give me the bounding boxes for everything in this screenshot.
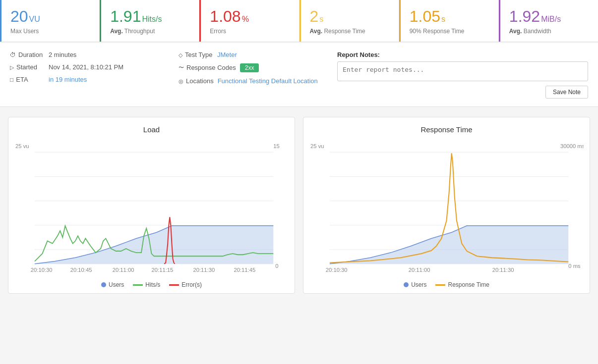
load-chart-svg: 25 vu 15 0 20:10:3 [14, 139, 289, 277]
started-label: Started [10, 63, 45, 71]
eta-label: ETA [10, 76, 45, 83]
response-time-chart-title: Response Time [309, 125, 584, 134]
locations-value: Functional Testing Default Location [218, 77, 318, 85]
response-time-chart-container: Response Time 25 vu 30000 ms 0 ms [303, 117, 590, 294]
metric-throughput: 1.91Hits/s Avg. Throughput [100, 0, 199, 42]
rt-response-line [435, 284, 445, 286]
y-right-min-label: 0 [275, 263, 278, 269]
info-right-column: Report Notes: Save Note [327, 51, 588, 99]
play-icon [10, 63, 14, 71]
rt-y-right-min: 0 ms [568, 263, 581, 269]
load-chart-container: Load 25 vu 15 0 [8, 117, 295, 294]
load-chart-legend: Users Hits/s Error(s) [14, 281, 289, 288]
rt-legend-response-label: Response Time [448, 281, 489, 288]
response-time-chart-area: 25 vu 30000 ms 0 ms 20:10:30 [309, 139, 584, 277]
metric-bandwidth: 1.92MiB/s Avg. Bandwidth [499, 0, 598, 42]
info-left-column: Duration 2 minutes Started Nov 14, 2021,… [10, 51, 169, 99]
duration-value: 2 minutes [49, 51, 76, 58]
test-type-row: Test Type JMeter [179, 51, 327, 58]
svg-marker-6 [35, 226, 273, 264]
duration-row: Duration 2 minutes [10, 51, 169, 58]
box-icon [10, 76, 13, 83]
metric-label: Max Users [10, 28, 90, 35]
metric-value: 20VU [10, 7, 90, 26]
locations-row: Locations Functional Testing Default Loc… [179, 77, 327, 85]
metric-errors: 1.08% Errors [199, 0, 299, 42]
errors-line [169, 284, 179, 286]
response-codes-row: Response Codes 2xx [179, 63, 327, 72]
metric-value: 1.05s [410, 7, 489, 26]
rt-y-right-max: 30000 ms [560, 144, 584, 150]
response-time-chart-legend: Users Response Time [309, 281, 584, 288]
duration-label: Duration [10, 51, 45, 58]
metric-p90-response: 1.05s 90% Response Time [399, 0, 499, 42]
save-note-button[interactable]: Save Note [545, 86, 588, 99]
rt-legend-users-label: Users [411, 281, 426, 288]
svg-marker-19 [330, 226, 568, 264]
response-codes-label: Response Codes [179, 63, 236, 71]
locations-label: Locations [179, 77, 214, 85]
legend-hits-label: Hits/s [145, 281, 160, 288]
legend-users: Users [101, 281, 124, 288]
svg-text:20:11:45: 20:11:45 [234, 267, 255, 273]
load-chart-area: 25 vu 15 0 20:10:3 [14, 139, 289, 277]
clock-icon [10, 51, 16, 58]
info-section: Duration 2 minutes Started Nov 14, 2021,… [0, 43, 598, 107]
rt-y-left-label: 25 vu [310, 144, 324, 150]
metric-avg-response: 2s Avg. Response Time [299, 0, 399, 42]
pin-icon [179, 77, 183, 85]
legend-users-label: Users [109, 281, 124, 288]
metrics-bar: 20VU Max Users 1.91Hits/s Avg. Throughpu… [0, 0, 598, 42]
metric-max-users: 20VU Max Users [0, 0, 100, 42]
started-row: Started Nov 14, 2021, 8:10:21 PM [10, 63, 169, 71]
eta-row: ETA in 19 minutes [10, 76, 169, 83]
metric-value: 1.91Hits/s [110, 7, 190, 26]
load-chart-title: Load [14, 125, 289, 134]
hits-line [133, 284, 143, 286]
legend-errors-label: Error(s) [181, 281, 202, 288]
report-notes-label: Report Notes: [337, 51, 588, 58]
metric-value: 2s [310, 7, 390, 26]
metric-label: Avg. Response Time [310, 28, 390, 35]
svg-text:20:11:00: 20:11:00 [113, 267, 134, 273]
y-left-label: 25 vu [15, 144, 29, 150]
svg-text:20:11:30: 20:11:30 [193, 267, 215, 273]
response-time-chart-svg: 25 vu 30000 ms 0 ms 20:10:30 [309, 139, 584, 277]
tag-icon [179, 51, 182, 58]
svg-text:20:10:30: 20:10:30 [31, 267, 53, 273]
metric-value: 1.08% [210, 7, 290, 26]
svg-text:20:11:00: 20:11:00 [409, 267, 430, 273]
report-notes-input[interactable] [337, 61, 588, 81]
metric-label: Avg. Throughput [110, 28, 190, 35]
rt-legend-response: Response Time [435, 281, 489, 288]
legend-errors: Error(s) [169, 281, 202, 288]
svg-text:20:11:15: 20:11:15 [152, 267, 174, 273]
metric-label: Errors [210, 28, 290, 35]
metric-value: 1.92MiB/s [509, 7, 589, 26]
metric-label: 90% Response Time [410, 28, 489, 35]
eta-value: in 19 minutes [49, 76, 87, 83]
test-type-label: Test Type [179, 51, 213, 58]
metric-label: Avg. Bandwidth [509, 28, 589, 35]
response-codes-value: 2xx [240, 63, 259, 72]
legend-hits: Hits/s [133, 281, 160, 288]
svg-text:20:10:30: 20:10:30 [326, 267, 348, 273]
charts-section: Load 25 vu 15 0 [0, 107, 598, 304]
y-right-max-label: 15 [273, 144, 280, 150]
rt-users-dot [404, 282, 409, 287]
info-mid-column: Test Type JMeter Response Codes 2xx Loca… [169, 51, 327, 99]
wave-icon [179, 63, 184, 71]
users-dot [101, 282, 106, 287]
test-type-value: JMeter [217, 51, 237, 58]
svg-text:20:10:45: 20:10:45 [70, 267, 92, 273]
started-value: Nov 14, 2021, 8:10:21 PM [49, 63, 123, 71]
svg-text:20:11:30: 20:11:30 [492, 267, 514, 273]
rt-legend-users: Users [404, 281, 426, 288]
